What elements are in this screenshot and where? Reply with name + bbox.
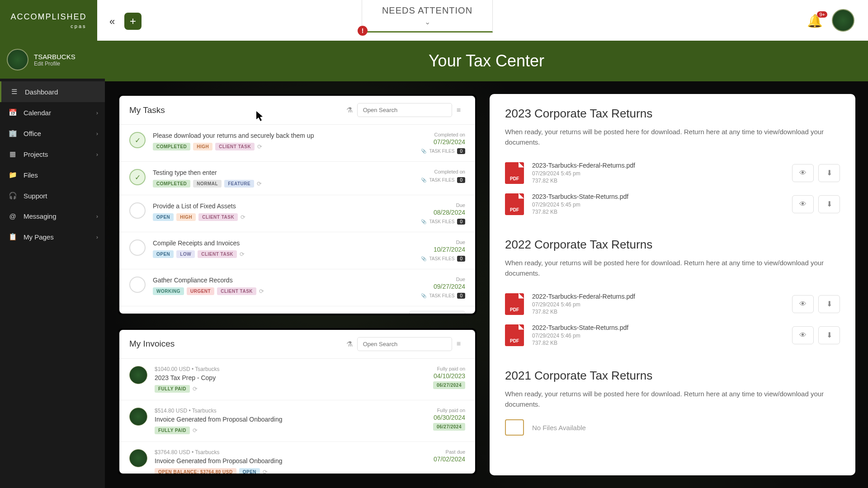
tax-center-card: 2023 Corporate Tax Returns When ready, y… [490, 94, 855, 475]
preview-button[interactable]: 👁 [792, 326, 814, 344]
task-row[interactable]: ✓ Testing type then enter COMPLETED NORM… [119, 162, 475, 195]
download-button[interactable]: ⬇ [818, 195, 840, 213]
preview-button[interactable]: 👁 [792, 295, 814, 313]
sidebar: TSARBUCKS Edit Profile ☰Dashboard 📅Calen… [0, 41, 105, 488]
task-checkbox[interactable] [129, 202, 146, 219]
status-tag: OPEN [153, 213, 174, 221]
client-avatar [129, 408, 147, 426]
download-button[interactable]: ⬇ [818, 295, 840, 313]
task-checkbox[interactable]: ✓ [129, 169, 146, 185]
invoices-search-input[interactable] [357, 337, 452, 351]
tax-section-title: 2023 Corporate Tax Returns [505, 107, 840, 121]
invoice-badge: 06/27/2024 [433, 423, 465, 431]
recurring-icon: ⟳ [241, 214, 245, 221]
file-name: 2023-Tsarbucks-State-Returns.pdf [532, 193, 784, 200]
preview-button[interactable]: 👁 [792, 164, 814, 182]
nav-mypages[interactable]: 📋My Pages› [0, 226, 105, 247]
brand-name: ACCOMPLISHED [10, 12, 86, 21]
sort-icon[interactable]: ≡ [452, 106, 465, 114]
nav-label: Files [24, 171, 38, 179]
file-row: PDF 2022-Tsarbucks-Federal-Returns.pdf 0… [505, 288, 840, 319]
tax-section-desc: When ready, your returns will be posted … [505, 127, 840, 147]
file-count: 0 [457, 148, 465, 154]
invoice-status-tag: FULLY PAID [155, 385, 190, 393]
file-count: 0 [457, 177, 465, 183]
filter-icon[interactable]: ⚗ [342, 106, 357, 114]
filter-icon[interactable]: ⚗ [342, 340, 357, 348]
nav-files[interactable]: 📁Files [0, 164, 105, 185]
notifications-button[interactable]: 🔔 9+ [807, 14, 823, 28]
brand-logo[interactable]: ACCOMPLISHED cpas [0, 0, 97, 41]
collapse-sidebar-button[interactable]: « [109, 16, 115, 28]
download-button[interactable]: ⬇ [818, 164, 840, 182]
task-meta-label: Due [421, 202, 465, 208]
attachment-icon: 📎 [421, 293, 426, 298]
nav-dashboard[interactable]: ☰Dashboard [0, 81, 105, 102]
task-checkbox[interactable] [129, 239, 146, 256]
nav-support[interactable]: 🎧Support [0, 185, 105, 206]
nav-projects[interactable]: ▦Projects› [0, 144, 105, 164]
file-count: 0 [457, 256, 465, 262]
preview-button[interactable]: 👁 [792, 195, 814, 213]
projects-icon: ▦ [8, 150, 17, 158]
invoice-meta: $3764.80 USD • Tsarbucks [155, 449, 426, 455]
task-checkbox[interactable]: ✓ [129, 132, 146, 148]
task-date: 09/27/2024 [421, 283, 465, 290]
add-button[interactable]: + [124, 13, 142, 30]
nav-label: Projects [24, 150, 48, 158]
nav-messaging[interactable]: @Messaging› [0, 206, 105, 226]
recurring-icon: ⟳ [257, 180, 262, 187]
task-row[interactable]: Gather Compliance Records WORKING URGENT… [119, 269, 475, 306]
task-title: Testing type then enter [153, 169, 414, 176]
file-date: 07/29/2024 5:46 pm [532, 301, 784, 308]
pdf-icon: PDF [505, 324, 524, 346]
priority-tag: LOW [176, 250, 195, 258]
file-date: 07/29/2024 5:46 pm [532, 333, 784, 339]
task-row[interactable]: Provide a List of Fixed Assets OPEN HIGH… [119, 195, 475, 232]
task-title: Please download your returns and securel… [153, 132, 414, 139]
invoice-row[interactable]: $3764.80 USD • Tsarbucks Invoice Generat… [119, 442, 475, 476]
task-date: 10/27/2024 [421, 246, 465, 253]
nav-calendar[interactable]: 📅Calendar› [0, 102, 105, 123]
tasks-search-input[interactable] [357, 103, 452, 117]
file-size: 737.82 KB [532, 340, 784, 346]
file-name: 2022-Tsarbucks-Federal-Returns.pdf [532, 293, 784, 300]
pages-icon: 📋 [8, 233, 17, 241]
task-title: Provide a List of Fixed Assets [153, 202, 414, 210]
nav-office[interactable]: 🏢Office› [0, 123, 105, 144]
sort-icon[interactable]: ≡ [452, 340, 465, 348]
brand-sub: cpas [10, 23, 86, 29]
folder-open-icon [505, 419, 524, 436]
task-files-label: TASK FILES [429, 178, 454, 183]
download-button[interactable]: ⬇ [818, 326, 840, 344]
invoice-status-tag: OPEN BALANCE: $3764.80 USD [155, 468, 236, 476]
attention-label: NEEDS ATTENTION [382, 5, 472, 16]
invoice-title: Invoice Generated from Proposal Onboardi… [155, 457, 426, 465]
client-avatar [129, 366, 147, 384]
pdf-icon: PDF [505, 193, 524, 215]
nav-label: Dashboard [25, 88, 58, 96]
file-date: 07/29/2024 5:45 pm [532, 170, 784, 177]
task-checkbox[interactable] [129, 277, 146, 293]
task-files-label: TASK FILES [429, 219, 454, 224]
status-tag: COMPLETED [153, 180, 190, 188]
invoice-meta-label: Fully paid on [433, 408, 465, 413]
task-files-label: TASK FILES [429, 149, 454, 154]
file-size: 737.82 KB [532, 209, 784, 215]
task-row[interactable]: ✓ Please download your returns and secur… [119, 125, 475, 162]
needs-attention-dropdown[interactable]: NEEDS ATTENTION ⌄ ! [362, 0, 493, 33]
invoice-row[interactable]: $514.80 USD • Tsarbucks Invoice Generate… [119, 400, 475, 442]
file-row: PDF 2023-Tsarbucks-State-Returns.pdf 07/… [505, 188, 840, 220]
user-profile-block[interactable]: TSARBUCKS Edit Profile [0, 41, 105, 79]
task-title: Compile Receipts and Invoices [153, 239, 414, 247]
chevron-right-icon: › [96, 109, 98, 116]
user-avatar-menu[interactable] [832, 9, 854, 32]
status-tag: COMPLETED [153, 143, 190, 150]
invoices-title: My Invoices [129, 339, 342, 349]
folder-icon: 📁 [8, 171, 17, 179]
task-row[interactable]: Compile Receipts and Invoices OPEN LOW C… [119, 232, 475, 269]
invoice-row[interactable]: $1040.00 USD • Tsarbucks 2023 Tax Prep -… [119, 359, 475, 400]
view-all-tasks-button[interactable]: View all My Tasks [409, 311, 465, 315]
tax-section-desc: When ready, your returns will be posted … [505, 389, 840, 409]
edit-profile-link[interactable]: Edit Profile [34, 61, 75, 67]
